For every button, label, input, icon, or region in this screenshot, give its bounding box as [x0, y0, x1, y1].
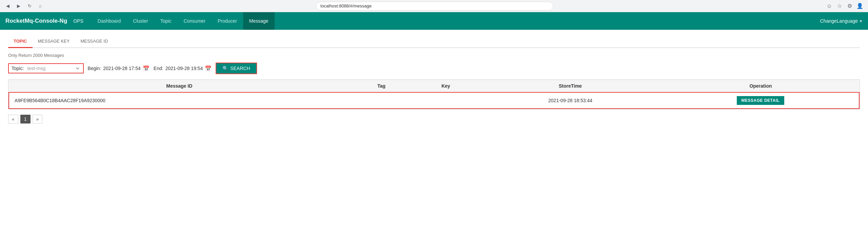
topic-select[interactable]: test-msg	[26, 65, 80, 71]
cell-message-id: A9FE9B564B0C18B4AAC28F19A9230000	[9, 92, 350, 109]
col-key: Key	[413, 80, 478, 92]
navbar-brand: RocketMq-Console-Ng	[5, 18, 67, 24]
language-label: ChangeLanguage	[820, 18, 858, 24]
begin-label: Begin:	[88, 66, 101, 71]
pagination-prev[interactable]: «	[8, 115, 18, 123]
cell-operation: MESSAGE DETAIL	[662, 92, 859, 109]
language-caret: ▼	[859, 19, 863, 23]
nav-dashboard[interactable]: Dashboard	[92, 12, 127, 30]
tab-message-key[interactable]: MESSAGE KEY	[33, 35, 75, 48]
message-table-wrapper: Message ID Tag Key StoreTime Operation A…	[8, 80, 860, 109]
col-tag: Tag	[350, 80, 413, 92]
forward-button[interactable]: ▶	[15, 2, 22, 10]
pagination-next[interactable]: »	[33, 115, 43, 123]
begin-value[interactable]: 2021-09-28 17:54	[103, 66, 141, 71]
extensions-icon[interactable]: ⚙	[846, 2, 854, 10]
change-language-button[interactable]: ChangeLanguage ▼	[820, 18, 863, 24]
return-note: Only Return 2000 Messages	[8, 53, 860, 58]
begin-calendar-icon[interactable]: 📅	[143, 65, 150, 72]
message-detail-button[interactable]: MESSAGE DETAIL	[737, 96, 785, 105]
account-icon[interactable]: 👤	[856, 2, 864, 10]
nav-message[interactable]: Message	[243, 12, 275, 30]
navbar: RocketMq-Console-Ng OPS Dashboard Cluste…	[0, 12, 868, 30]
table-header-row: Message ID Tag Key StoreTime Operation	[9, 80, 859, 92]
nav-links: Dashboard Cluster Topic Consumer Produce…	[92, 12, 820, 30]
topic-label: Topic:	[12, 66, 24, 71]
cell-tag	[350, 92, 413, 109]
tab-bar: TOPIC MESSAGE KEY MESSAGE ID	[8, 35, 860, 48]
search-form: Topic: test-msg Begin: 2021-09-28 17:54 …	[8, 63, 860, 74]
address-bar[interactable]: localhost:8088/#/message	[316, 2, 553, 10]
tab-topic[interactable]: TOPIC	[8, 35, 33, 48]
col-operation: Operation	[662, 80, 859, 92]
back-button[interactable]: ◀	[4, 2, 12, 10]
browser-chrome: ◀ ▶ ↻ ⌂ localhost:8088/#/message ☺ ☆ ⚙ 👤	[0, 0, 868, 12]
end-label: End:	[154, 66, 163, 71]
nav-cluster[interactable]: Cluster	[127, 12, 154, 30]
col-message-id: Message ID	[9, 80, 350, 92]
nav-topic[interactable]: Topic	[154, 12, 178, 30]
refresh-button[interactable]: ↻	[26, 2, 33, 10]
profile-icon[interactable]: ☺	[825, 2, 833, 10]
url-text: localhost:8088/#/message	[320, 3, 372, 8]
end-calendar-icon[interactable]: 📅	[205, 65, 212, 72]
pagination-page-1[interactable]: 1	[20, 115, 31, 123]
topic-field: Topic: test-msg	[8, 63, 84, 73]
col-store-time: StoreTime	[478, 80, 662, 92]
pagination: « 1 »	[8, 115, 860, 123]
main-content: TOPIC MESSAGE KEY MESSAGE ID Only Return…	[0, 30, 868, 129]
search-icon: 🔍	[222, 66, 228, 71]
end-value[interactable]: 2021-09-28 19:54	[165, 66, 203, 71]
cell-key	[413, 92, 478, 109]
bookmark-icon[interactable]: ☆	[835, 2, 844, 10]
navbar-ops: OPS	[73, 18, 83, 24]
search-button[interactable]: 🔍 SEARCH	[216, 63, 257, 74]
begin-date-field: Begin: 2021-09-28 17:54 📅	[88, 65, 150, 72]
chrome-icons: ☺ ☆ ⚙ 👤	[825, 2, 864, 10]
cell-store-time: 2021-09-28 18:53:44	[478, 92, 662, 109]
tab-message-id[interactable]: MESSAGE ID	[75, 35, 113, 48]
message-table: Message ID Tag Key StoreTime Operation A…	[8, 80, 860, 109]
home-button[interactable]: ⌂	[37, 2, 44, 10]
end-date-field: End: 2021-09-28 19:54 📅	[154, 65, 212, 72]
nav-producer[interactable]: Producer	[212, 12, 243, 30]
search-button-label: SEARCH	[230, 66, 250, 71]
table-row: A9FE9B564B0C18B4AAC28F19A9230000 2021-09…	[9, 92, 859, 109]
nav-consumer[interactable]: Consumer	[177, 12, 212, 30]
